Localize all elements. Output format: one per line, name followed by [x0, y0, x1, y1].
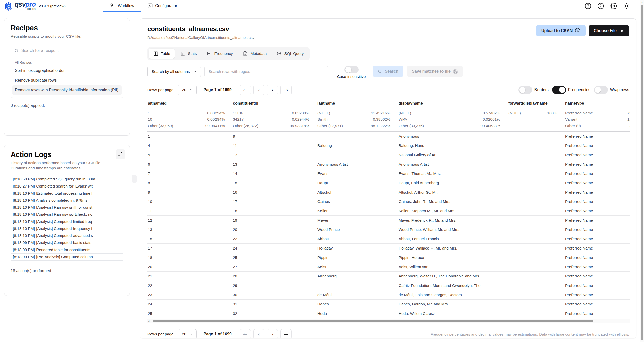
table-row[interactable]: 815HauptHaupt, Enid AnnenbergPreferred N… [147, 178, 630, 188]
table-row[interactable]: 2330de Ménilde Ménil, Lois and Georges, … [147, 290, 630, 300]
prev-page-button[interactable]: ‹ [253, 329, 264, 338]
main-nav: Workflow Configurator [103, 0, 184, 12]
table-cell [508, 188, 565, 197]
recipe-item[interactable]: Remove duplicate rows [12, 76, 122, 85]
table-row[interactable]: 2027AelstAelst, Willem vanPreferred Name [147, 262, 630, 272]
view-tab-frequency[interactable]: Frequency [202, 49, 237, 59]
save-matches-button[interactable]: Save matches to file [407, 66, 463, 77]
case-insensitive-toggle[interactable] [344, 66, 359, 73]
regex-search-input[interactable] [204, 66, 328, 77]
horizontal-scrollbar-thumb[interactable] [153, 320, 593, 322]
action-logs-title: Action Logs [11, 150, 123, 159]
topbar-actions [585, 3, 630, 9]
last-page-button[interactable]: → [280, 85, 292, 95]
table-cell: 24 [232, 244, 317, 253]
table-row[interactable]: 411BaldungBaldung, HansPreferred Name [147, 141, 630, 150]
next-page-button[interactable]: › [267, 85, 278, 95]
expand-logs-button[interactable] [116, 149, 125, 159]
recipes-subtitle: Reusable scripts to modify your CSV file… [11, 34, 123, 39]
table-row[interactable]: 2229Cafritz Foundation, Morris and Gwend… [147, 281, 630, 290]
view-tab-stats[interactable]: Stats [176, 49, 201, 59]
view-tab-metadata[interactable]: Metadata [238, 49, 271, 59]
rows-per-page-select[interactable]: 20 [178, 329, 196, 338]
tab-workflow[interactable]: Workflow [103, 0, 141, 12]
recipe-search[interactable] [11, 45, 123, 57]
prev-page-button[interactable]: ‹ [253, 85, 264, 95]
table-row[interactable]: 2431HanesHanes, Gordon, Mr. and Mrs.Pref… [147, 300, 630, 309]
frequency-line: 100.00294% [147, 116, 225, 122]
toggle-frequencies: Frequencies [552, 86, 590, 94]
table-cell: 12 [147, 216, 232, 225]
toggle-switch[interactable] [552, 86, 566, 94]
table-cell: Annenberg [317, 272, 398, 281]
table-cell [508, 197, 565, 206]
table-cell: Preferred Name [565, 262, 630, 271]
scroll-up-arrow-icon[interactable]: ▲ [641, 1, 643, 4]
search-column-select[interactable]: Search by all columns [147, 66, 201, 77]
next-page-button[interactable]: › [267, 329, 278, 338]
table-row[interactable]: 714EvansEvans, Thomas M., Mrs.Preferred … [147, 169, 630, 178]
table-cell: Kellen [317, 206, 398, 215]
table-cell: Aelst [317, 262, 398, 271]
last-page-button[interactable]: → [280, 329, 292, 338]
table-row[interactable]: 613Anonymous ArtistAnonymous ArtistPrefe… [147, 160, 630, 169]
scroll-left-arrow-icon[interactable]: ◄ [147, 320, 150, 322]
horizontal-scrollbar[interactable]: ◄ [147, 319, 630, 323]
first-page-button[interactable]: ← [240, 85, 251, 95]
save-icon [453, 69, 458, 74]
actions-performed-count: 18 action(s) performed. [11, 269, 123, 273]
file-viewer-panel: constituents_altnames.csv D:\datasets\cc… [140, 18, 636, 338]
toggle-switch[interactable] [518, 86, 532, 94]
rows-per-page-select[interactable]: 20 [178, 85, 196, 95]
choose-file-button[interactable]: Choose File [589, 25, 629, 36]
expand-icon [118, 152, 123, 157]
pagination-top: Rows per page 20 Page 1 of 1699 ← ‹ › → [147, 85, 292, 95]
view-tab-sql-query[interactable]: SQL Query [272, 49, 308, 59]
help-icon[interactable] [585, 3, 591, 9]
tab-configurator[interactable]: Configurator [141, 0, 184, 12]
table-cell: 19 [232, 216, 317, 225]
table-meta-row: Rows per page 20 Page 1 of 1699 ← ‹ › → … [147, 85, 629, 95]
table-cell [508, 160, 565, 169]
view-tab-table[interactable]: Table [149, 49, 175, 59]
table-row[interactable]: 1219MayerMayer, Frederick R., Mr. and Mr… [147, 216, 630, 225]
column-header-displayname: displayname [398, 100, 508, 108]
qsv-hexagon-logo-icon: qsv [5, 2, 13, 11]
vertical-scrollbar[interactable]: ▲ [640, 0, 644, 342]
table-cell: Anonymous [398, 132, 508, 141]
table-cell: 25 [147, 309, 232, 318]
table-row[interactable]: 1320Wood PrinceWood Prince, William, Mr.… [147, 225, 630, 234]
table-row[interactable]: 19AnonymousPreferred Name [147, 132, 630, 141]
page-content: Recipes Reusable scripts to modify your … [0, 12, 644, 342]
table-cell [508, 234, 565, 243]
recipe-item[interactable]: Remove rows with Personally Identifiable… [12, 85, 122, 95]
table-row[interactable]: 1118KellenKellen, Stephen M., Mr. and Mr… [147, 206, 630, 216]
table-row[interactable]: 2532HedaHeda, Willem ClaeszPreferred Nam… [147, 309, 630, 318]
search-button[interactable]: Search [373, 66, 403, 77]
table-row[interactable]: 2128AnnenbergAnnenberg, Walter H., The H… [147, 272, 630, 281]
panel-resize-handle[interactable] [132, 175, 137, 183]
table-row[interactable]: 916AltschulAltschul, Arthur G., Mr.Prefe… [147, 188, 630, 197]
log-list[interactable]: [8:18:58 PM] Completed SQL query run in:… [11, 176, 123, 262]
info-icon[interactable] [597, 3, 604, 9]
vertical-scrollbar-thumb[interactable] [641, 5, 643, 340]
table-cell: Hanes [317, 300, 398, 309]
first-page-button[interactable]: ← [240, 329, 251, 338]
recipe-search-input[interactable] [21, 48, 120, 53]
table-cell [508, 216, 565, 225]
log-entry: [8:18:10 PM] [Analysis] Computed frequen… [11, 225, 123, 232]
table-row[interactable]: 512National Gallery of ArtPreferred Name [147, 150, 630, 160]
table-row[interactable]: 1724HolladayHolladay, Wallace F., Mr. an… [147, 244, 630, 253]
theme-sun-icon[interactable] [623, 3, 630, 9]
table-cell: 16 [232, 188, 317, 197]
upload-to-ckan-button[interactable]: Upload to CKAN [536, 25, 586, 36]
log-entry: [8:18:58 PM] Completed SQL query run in:… [11, 176, 123, 183]
table-row[interactable]: 1825PippinPippin, HoracePreferred Name [147, 253, 630, 262]
table-row[interactable]: 1017GainesGaines, John R., Mr. and Mrs.P… [147, 197, 630, 206]
toggle-switch[interactable] [594, 86, 608, 94]
settings-gear-icon[interactable] [610, 3, 617, 9]
toggle-label: Frequencies [568, 88, 590, 92]
table-row[interactable]: 1522AbbottAbbott, Lemuel FrancisPreferre… [147, 234, 630, 244]
table-cell: 30 [232, 290, 317, 299]
recipe-item[interactable]: Sort in lexicographical order [12, 66, 122, 76]
